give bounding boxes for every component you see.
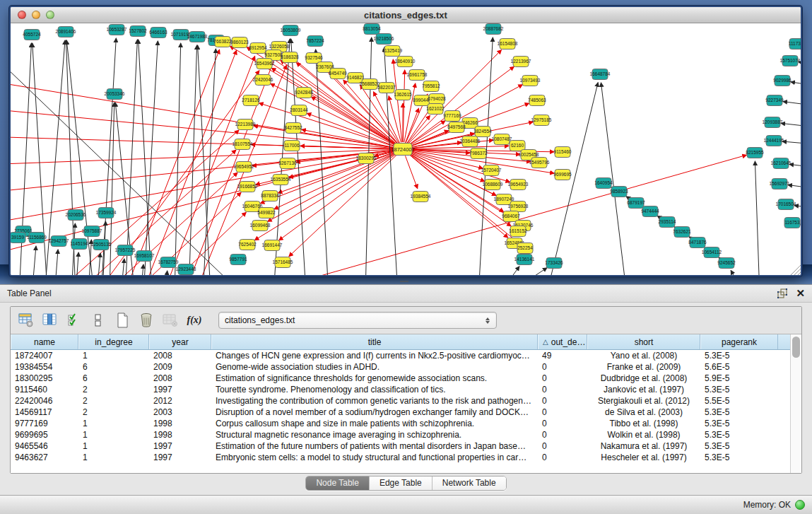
graph-node[interactable]: 10975887 (82, 226, 102, 237)
graph-node[interactable]: 8813054 (363, 24, 381, 35)
table-cell-in_degree[interactable]: 6 (78, 373, 149, 383)
table-cell-name[interactable]: 9699695 (11, 430, 78, 440)
graph-node[interactable]: 16961758 (407, 70, 428, 81)
table-row[interactable]: 1830029562008Estimation of significance … (11, 373, 790, 384)
graph-edge[interactable] (124, 49, 220, 276)
table-cell-title[interactable]: Changes of HCN gene expression and I(f) … (211, 351, 538, 361)
column-header-in_degree[interactable]: in_degree (78, 334, 149, 349)
graph-node[interactable]: 252254 (517, 243, 533, 254)
table-cell-out_degree[interactable]: 0 (538, 407, 587, 417)
table-row[interactable]: 946362711997Embryonic stem cells: a mode… (11, 452, 790, 463)
graph-node[interactable]: 9242848 (295, 88, 313, 98)
graph-node[interactable]: 9860123 (230, 37, 249, 48)
graph-node[interactable]: 8454749 (329, 69, 347, 79)
graph-node[interactable]: 3824554 (473, 127, 492, 137)
graph-node[interactable]: 20053346 (105, 89, 125, 100)
graph-node[interactable]: 9227349 (765, 95, 784, 106)
table-cell-out_degree[interactable]: 49 (538, 351, 587, 361)
table-cell-year[interactable]: 2003 (149, 407, 211, 417)
graph-node[interactable]: 16691447 (262, 240, 283, 251)
graph-node[interactable]: 15495796 (529, 158, 550, 168)
table-cell-name[interactable]: 19384554 (11, 362, 78, 372)
graph-node[interactable]: 10688609 (483, 180, 503, 190)
table-cell-name[interactable]: 9777169 (11, 419, 78, 428)
tab-network-table[interactable]: Network Table (433, 477, 506, 490)
graph-edge[interactable] (259, 103, 396, 147)
graph-edge[interactable] (498, 267, 519, 276)
graph-node[interactable]: 2803144 (290, 105, 308, 116)
graph-node[interactable]: 17359924 (96, 208, 117, 218)
graph-node[interactable]: 11156869 (27, 233, 47, 243)
graph-node[interactable]: 19654923 (508, 180, 529, 190)
graph-edge[interactable] (11, 52, 244, 276)
graph-node[interactable]: 7485063 (528, 95, 546, 106)
graph-node[interactable]: 10973493 (520, 76, 541, 86)
graph-node[interactable]: 12942757 (49, 236, 69, 247)
graph-edge[interactable] (781, 123, 801, 128)
graph-edge[interactable] (175, 43, 181, 276)
graph-edge[interactable] (11, 80, 396, 148)
graph-node[interactable]: 3267130 (278, 158, 297, 169)
table-cell-name[interactable]: 9463627 (11, 452, 78, 462)
table-cell-name[interactable]: 9465546 (11, 441, 78, 451)
table-cell-name[interactable]: 18300295 (11, 373, 78, 383)
graph-node-hub[interactable]: 18724007 (391, 144, 414, 156)
graph-node[interactable]: 19218506 (374, 34, 394, 45)
graph-node[interactable]: 1362615 (394, 90, 412, 100)
function-builder-icon[interactable]: f(x) (184, 310, 204, 330)
table-cell-in_degree[interactable]: 1 (78, 441, 149, 451)
graph-node[interactable]: 12923448 (176, 264, 196, 275)
graph-node[interactable]: 22420046 (253, 75, 273, 86)
table-cell-year[interactable]: 2008 (149, 373, 211, 383)
rows-icon[interactable] (88, 310, 108, 330)
table-cell-title[interactable]: Disruption of a novel member of a sodium… (211, 407, 538, 417)
zoom-window-icon[interactable] (46, 11, 54, 19)
table-cell-out_degree[interactable]: 0 (538, 430, 587, 440)
graph-node[interactable]: 2718126 (242, 95, 260, 106)
graph-node[interactable]: 9777169 (443, 111, 461, 122)
graph-node[interactable]: 116753 (784, 218, 800, 228)
row-selection-icon[interactable] (64, 310, 84, 330)
graph-edge[interactable] (409, 131, 449, 147)
graph-node[interactable]: 7955812 (422, 81, 440, 92)
graph-node[interactable]: 1527802 (129, 26, 147, 37)
graph-edge[interactable] (165, 271, 167, 276)
table-cell-short[interactable]: Franke et al. (2009) (587, 362, 700, 372)
graph-edge[interactable] (76, 252, 78, 276)
table-cell-out_degree[interactable]: 0 (538, 396, 587, 406)
column-header-year[interactable]: year (149, 334, 211, 349)
table-cell-year[interactable]: 2008 (149, 351, 211, 361)
graph-node[interactable]: 9858923 (610, 187, 628, 197)
table-cell-pagerank[interactable]: 5.5E-5 (700, 396, 778, 406)
graph-edge[interactable] (788, 185, 801, 189)
table-row[interactable]: 969969511998Structural magnetic resonanc… (11, 429, 790, 440)
graph-node[interactable]: 17016504 (776, 199, 796, 210)
graph-edge[interactable] (755, 161, 760, 276)
table-cell-in_degree[interactable]: 2 (78, 385, 149, 395)
network-canvas[interactable]: 4055724208914061065328715278026466163107… (11, 23, 801, 276)
table-cell-short[interactable]: Jankovic et al. (1997) (587, 385, 700, 395)
table-cell-year[interactable]: 1997 (149, 385, 211, 395)
graph-node[interactable]: 12093887 (763, 117, 783, 128)
table-cell-short[interactable]: Yano et al. (2008) (587, 351, 700, 361)
table-cell-title[interactable]: Embryonic stem cells: a model to study s… (211, 452, 538, 462)
graph-edge[interactable] (311, 97, 396, 146)
graph-node[interactable]: 16353554 (271, 175, 291, 185)
table-cell-in_degree[interactable]: 1 (78, 351, 149, 361)
tab-edge-table[interactable]: Edge Table (370, 477, 433, 490)
graph-node[interactable]: 16210645 (771, 158, 792, 169)
graph-node[interactable]: 20206536 (66, 210, 86, 221)
graph-node[interactable]: 5499822 (257, 208, 276, 218)
graph-node[interactable]: 12213967 (511, 57, 531, 67)
window-titlebar[interactable]: citations_edges.txt (11, 7, 801, 23)
graph-node[interactable]: 9029986 (773, 76, 792, 86)
graph-edge[interactable] (505, 268, 547, 276)
column-header-title[interactable]: title (211, 334, 538, 349)
table-cell-short[interactable]: Tibbo et al. (1998) (587, 419, 700, 428)
table-cell-pagerank[interactable]: 5.3E-5 (700, 351, 778, 361)
graph-node[interactable]: 9115460 (554, 147, 572, 158)
graph-node[interactable]: 18300295 (356, 153, 377, 164)
table-cell-short[interactable]: Dudbridge et al. (2008) (587, 373, 700, 383)
graph-edge[interactable] (403, 70, 404, 142)
close-panel-icon[interactable]: ✕ (796, 288, 805, 298)
